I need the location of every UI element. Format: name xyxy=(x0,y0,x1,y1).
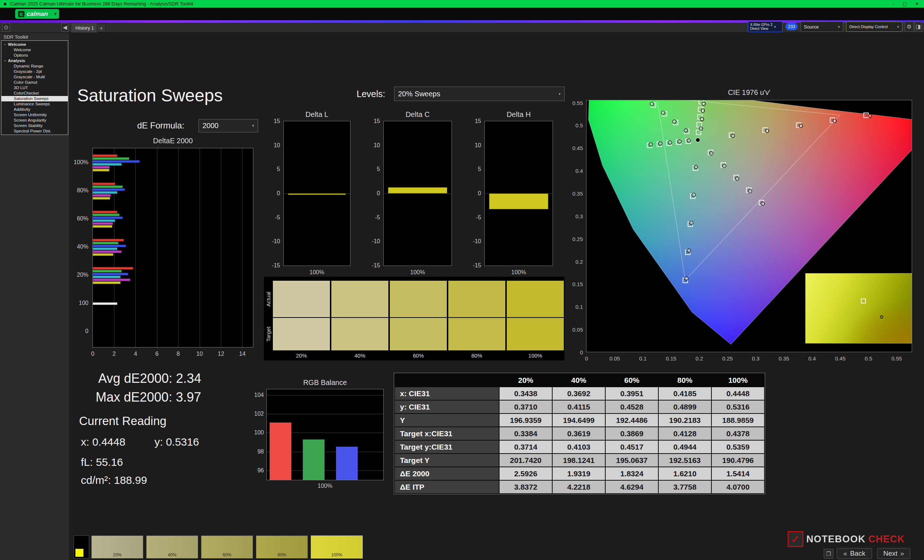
y-axis-tick-label: -15 xyxy=(366,262,380,269)
y-axis-tick-label: 0 xyxy=(366,190,380,197)
source-dropdown[interactable]: Source ▾ xyxy=(801,22,843,32)
y-axis-tick-label: 100 xyxy=(249,430,264,436)
tab-history-1[interactable]: History 1 xyxy=(71,23,99,33)
new-tab-button[interactable]: + xyxy=(97,24,106,32)
close-button[interactable]: ✕ xyxy=(915,1,919,6)
de-formula-dropdown[interactable]: 2000 ▾ xyxy=(198,119,258,132)
y-axis-tick-label: -10 xyxy=(366,238,380,245)
back-button[interactable]: « Back xyxy=(837,548,872,559)
filmstrip: 20%40%60%80%100% xyxy=(74,535,582,559)
x-axis-tick-label: 0.2 xyxy=(690,355,708,362)
settings-gear-button[interactable]: ⚙ xyxy=(904,22,914,32)
sidebar-item-additivity[interactable]: Additivity xyxy=(2,107,68,112)
x-axis-tick-label: 0.3 xyxy=(747,355,765,362)
sidebar-item-welcome[interactable]: Welcome xyxy=(2,47,68,53)
bar-red xyxy=(93,267,133,270)
sidebar-item-welcome[interactable]: −Welcome xyxy=(2,42,68,47)
notebookcheck-watermark: ✓ NOTEBOOKCHECK xyxy=(788,531,905,547)
swatch-level-label: 100% xyxy=(507,352,564,359)
filmstrip-tile-20[interactable]: 20% xyxy=(92,536,143,559)
table-row: y: CIE310.37100.41150.45280.48990.5316 xyxy=(395,401,764,413)
y-axis-tick-label: 96 xyxy=(249,467,264,474)
sidebar-item-label: Screen Stability xyxy=(14,123,43,128)
sidebar-item-colorchecker[interactable]: ColorChecker xyxy=(2,91,68,96)
display-control-dropdown[interactable]: Direct Display Control ▾ xyxy=(846,22,902,32)
table-cell: 0.4448 xyxy=(712,387,764,400)
sidebar-tree: −WelcomeWelcomeOptions−AnalysisDynamic R… xyxy=(1,40,68,135)
bar-green xyxy=(93,186,123,188)
filmstrip-tile-60[interactable]: 60% xyxy=(201,536,253,559)
page-title: Saturation Sweeps xyxy=(77,85,223,105)
y-axis-tick-label: -15 xyxy=(467,262,481,269)
gridline xyxy=(178,148,178,347)
sidebar-item-spectral-power-dist-[interactable]: Spectral Power Dist. xyxy=(2,129,68,134)
table-row-label: y: CIE31 xyxy=(395,401,499,413)
swatch-actual-40 xyxy=(332,281,388,317)
bar-green xyxy=(93,214,120,216)
table-row: ΔE 20002.59261.93191.83241.62101.5414 xyxy=(395,467,764,480)
sidebar-item-dynamic-range[interactable]: Dynamic Range xyxy=(2,63,68,69)
source-label: Source xyxy=(804,24,819,30)
maximize-button[interactable]: ▢ xyxy=(903,1,907,6)
table-row-label: Y xyxy=(395,414,499,427)
swatch-level-label: 60% xyxy=(390,352,447,359)
measured-marker-blue xyxy=(694,165,698,169)
y-axis-tick-label: -5 xyxy=(467,214,481,221)
filmstrip-pattern-tile[interactable] xyxy=(74,536,89,559)
minimize-button[interactable]: – xyxy=(892,1,895,6)
tree-expander-icon[interactable]: − xyxy=(4,42,6,47)
workflow-button[interactable]: ⊙ xyxy=(2,23,10,32)
sidebar-item-color-gamut[interactable]: Color Gamut xyxy=(2,80,68,85)
sidebar-item-3d-lut[interactable]: 3D LUT xyxy=(2,85,68,91)
x-axis-tick-label: 0.05 xyxy=(606,355,624,362)
x-axis-tick-label: 2 xyxy=(107,351,121,357)
de-formula-label: dE Formula: xyxy=(137,121,184,130)
swatch-actual-100 xyxy=(507,281,564,317)
filmstrip-tile-80[interactable]: 80% xyxy=(256,536,308,559)
table-cell: 3.8372 xyxy=(500,481,552,493)
inset-measured-marker xyxy=(880,315,883,319)
sidebar-item-screen-stability[interactable]: Screen Stability xyxy=(2,123,68,129)
filmstrip-tile-100[interactable]: 100% xyxy=(311,536,363,559)
bar-blue xyxy=(93,217,123,219)
measured-marker-green xyxy=(661,111,665,114)
sidebar-item-screen-uniformity[interactable]: Screen Uniformity xyxy=(2,112,68,118)
window-title: Calman 2025 Calman Ultimate for Business… xyxy=(10,1,193,6)
swatch-target-100 xyxy=(507,318,564,350)
bar-cyan xyxy=(93,247,117,250)
levels-dropdown[interactable]: 20% Sweeps ▾ xyxy=(394,87,564,101)
gridline xyxy=(242,148,243,347)
chevron-down-icon: ▾ xyxy=(558,92,561,96)
pattern-window-button[interactable]: ❐ xyxy=(824,549,833,559)
sidebar-item-luminance-sweeps[interactable]: Luminance Sweeps xyxy=(2,101,68,107)
measured-marker-magenta xyxy=(710,151,713,155)
gridline xyxy=(200,148,200,347)
next-button[interactable]: Next » xyxy=(877,548,910,559)
table-row-label: Target x:CIE31 xyxy=(395,427,499,440)
x-axis-tick-label: 100% xyxy=(284,269,350,276)
meter-selector[interactable]: X-Rite i1Pro 2 Direct View ▾ xyxy=(748,21,783,32)
table-cell: 0.4944 xyxy=(659,440,711,453)
sidebar-item-analysis[interactable]: −Analysis xyxy=(2,58,68,63)
table-column-header: 80% xyxy=(659,374,711,386)
panel-toggle-button[interactable]: ◨ xyxy=(915,22,922,32)
table-cell: 190.4796 xyxy=(712,454,764,467)
sidebar-item-grayscale-2pt[interactable]: Grayscale - 2pt xyxy=(2,69,68,74)
y-axis-tick-label: 0 xyxy=(566,349,583,355)
sidebar-item-options[interactable]: Options xyxy=(2,53,68,58)
sidebar-item-screen-angularity[interactable]: Screen Angularity xyxy=(2,118,68,123)
table-column-header: 100% xyxy=(712,374,764,386)
y-axis-tick-label: 0 xyxy=(68,328,88,334)
sidebar-collapse-button[interactable]: ◀ xyxy=(62,23,69,32)
bar-green xyxy=(93,270,122,273)
y-axis-tick-label: -10 xyxy=(467,238,481,245)
menubar: c calman ▾ xyxy=(0,7,924,20)
calman-menu-button[interactable]: c calman ▾ xyxy=(15,9,59,19)
y-axis-tick-label: 100 xyxy=(68,300,88,306)
sidebar-item-saturation-sweeps[interactable]: Saturation Sweeps xyxy=(2,96,68,101)
filmstrip-tile-40[interactable]: 40% xyxy=(146,536,198,559)
table-cell: 0.3714 xyxy=(500,440,552,453)
sidebar-item-grayscale-multi[interactable]: Grayscale - Multi xyxy=(2,74,68,80)
tree-expander-icon[interactable]: − xyxy=(4,58,6,63)
chart-title: Delta C xyxy=(384,111,452,119)
